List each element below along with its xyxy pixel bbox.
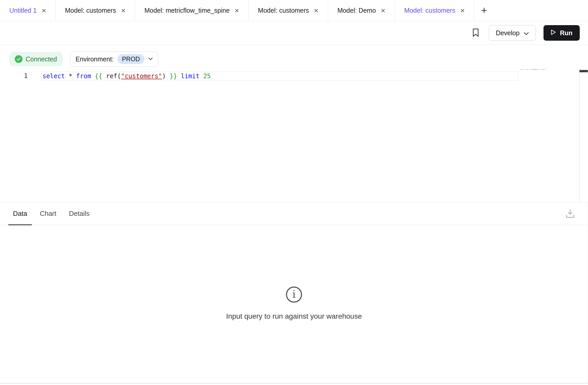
close-icon[interactable]: ×: [381, 7, 385, 15]
develop-label: Develop: [496, 29, 520, 37]
run-button[interactable]: Run: [543, 25, 580, 41]
editor-tab-bar: Untitled 1 × Model: customers × Model: m…: [0, 0, 588, 21]
toolbar: Develop Run: [0, 21, 588, 45]
active-tab-underline: [8, 224, 32, 225]
connection-status-badge: Connected: [9, 52, 62, 66]
tab-model-customers-3[interactable]: Model: customers ×: [395, 0, 474, 21]
close-icon[interactable]: ×: [42, 7, 46, 15]
close-icon[interactable]: ×: [460, 7, 465, 15]
chevron-down-icon: [524, 29, 529, 37]
editor-scrollbar-thumb[interactable]: [579, 70, 588, 72]
editor-section: Connected Environment: PROD 1 select * f…: [0, 45, 588, 202]
tab-label: Model: customers: [65, 7, 116, 14]
empty-state-message: Input query to run against your warehous…: [226, 312, 362, 320]
tab-label: Untitled 1: [9, 7, 37, 14]
code-line: select * from {{ ref("customers") }} lim…: [41, 72, 211, 80]
tab-label: Model: Demo: [337, 7, 376, 14]
play-icon: [551, 29, 556, 37]
tab-label: Model: customers: [404, 7, 455, 14]
download-icon: [565, 215, 575, 219]
panel-right-divider: [587, 202, 588, 383]
editor-minimap[interactable]: select * from {{ ref("customers") }} lim…: [520, 69, 580, 79]
check-circle-icon: [15, 55, 23, 63]
environment-value-badge: PROD: [117, 54, 144, 64]
environment-label: Environment:: [76, 55, 114, 63]
download-results-button[interactable]: [565, 208, 575, 219]
tab-label: Details: [69, 210, 90, 218]
tab-model-customers-2[interactable]: Model: customers ×: [249, 0, 328, 21]
tab-details[interactable]: Details: [64, 202, 94, 225]
tab-label: Model: metricflow_time_spine: [144, 7, 230, 14]
code-editor-current-line[interactable]: select * from {{ ref("customers") }} lim…: [41, 72, 518, 81]
tab-model-customers-1[interactable]: Model: customers ×: [56, 0, 135, 21]
bookmark-icon: [472, 28, 480, 38]
status-row: Connected Environment: PROD: [9, 52, 158, 67]
environment-selector[interactable]: Environment: PROD: [70, 52, 158, 67]
tab-chart[interactable]: Chart: [35, 202, 61, 225]
bottom-divider: [0, 383, 588, 384]
tab-model-metricflow-time-spine[interactable]: Model: metricflow_time_spine ×: [135, 0, 249, 21]
tab-label: Chart: [40, 210, 56, 218]
close-icon[interactable]: ×: [314, 7, 319, 15]
line-number: 1: [0, 72, 28, 80]
develop-dropdown-button[interactable]: Develop: [489, 25, 536, 41]
connection-status-label: Connected: [26, 55, 57, 63]
results-panel: Data Chart Details: [0, 202, 588, 385]
tab-model-demo[interactable]: Model: Demo ×: [328, 0, 395, 21]
tab-data[interactable]: Data: [8, 202, 32, 225]
sql-ide-window: Untitled 1 × Model: customers × Model: m…: [0, 0, 588, 385]
bookmark-button[interactable]: [470, 27, 481, 38]
chevron-down-icon: [148, 57, 153, 61]
results-tab-bar: Data Chart Details: [0, 202, 588, 225]
minimap-code: select * from {{ ref("customers") }} lim…: [520, 69, 546, 70]
empty-state: i Input query to run against your wareho…: [0, 287, 588, 320]
close-icon[interactable]: ×: [121, 7, 126, 15]
run-label: Run: [560, 29, 572, 37]
info-icon: i: [286, 287, 302, 303]
close-icon[interactable]: ×: [234, 7, 239, 15]
tab-label: Data: [13, 210, 27, 218]
tab-untitled-1[interactable]: Untitled 1 ×: [0, 0, 56, 21]
add-tab-button[interactable]: +: [474, 0, 494, 21]
tab-label: Model: customers: [258, 7, 309, 14]
scrollbar-track-divider: [579, 70, 580, 202]
